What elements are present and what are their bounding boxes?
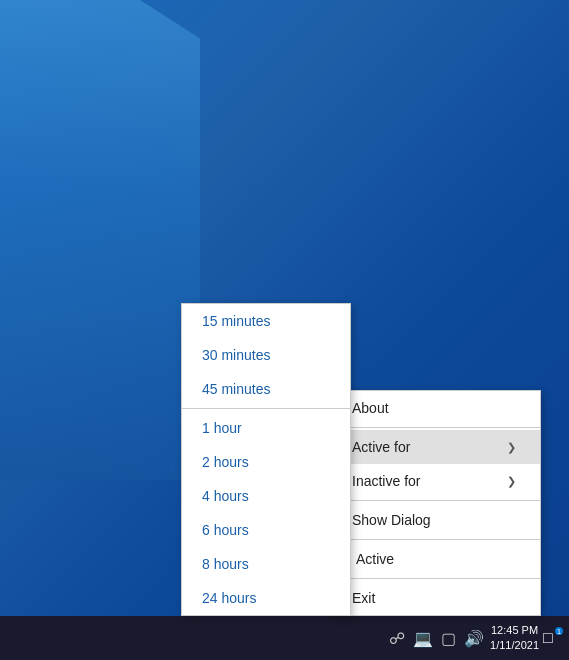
submenu-item-6hours[interactable]: 6 hours: [182, 513, 350, 547]
taskbar: ☍ 💻 ▢ 🔊 12:45 PM 1/11/2021 □ 1: [0, 616, 569, 660]
security-icon[interactable]: ☍: [389, 629, 405, 648]
inactive-for-arrow-icon: ❯: [507, 475, 516, 488]
active-for-submenu: 15 minutes 30 minutes 45 minutes 1 hour …: [181, 303, 351, 616]
submenu-item-2hours[interactable]: 2 hours: [182, 445, 350, 479]
submenu-item-1hour[interactable]: 1 hour: [182, 411, 350, 445]
menu-separator-2: [332, 500, 540, 501]
menu-item-inactive-for[interactable]: Inactive for ❯: [332, 464, 540, 498]
clock-date: 1/11/2021: [490, 638, 539, 653]
notification-badge: 1: [555, 627, 563, 635]
submenu-item-45min[interactable]: 45 minutes: [182, 372, 350, 406]
monitor-icon[interactable]: ▢: [441, 629, 456, 648]
submenu-item-8hours[interactable]: 8 hours: [182, 547, 350, 581]
menu-item-about[interactable]: About: [332, 391, 540, 425]
menu-item-exit[interactable]: Exit: [332, 581, 540, 615]
submenu-separator-1: [182, 408, 350, 409]
menu-item-show-dialog[interactable]: Show Dialog: [332, 503, 540, 537]
notification-center-button[interactable]: □ 1: [543, 629, 561, 647]
submenu-item-30min[interactable]: 30 minutes: [182, 338, 350, 372]
submenu-item-4hours[interactable]: 4 hours: [182, 479, 350, 513]
taskbar-clock[interactable]: 12:45 PM 1/11/2021: [490, 623, 539, 654]
menu-separator-3: [332, 539, 540, 540]
clock-time: 12:45 PM: [490, 623, 539, 638]
speaker-icon[interactable]: 🔊: [464, 629, 484, 648]
menu-item-active-for[interactable]: Active for ❯: [332, 430, 540, 464]
desktop: 15 minutes 30 minutes 45 minutes 1 hour …: [0, 0, 569, 660]
submenu-item-24hours[interactable]: 24 hours: [182, 581, 350, 615]
desktop-decoration: [0, 0, 200, 480]
menu-item-active[interactable]: ✓ Active: [332, 542, 540, 576]
context-menu: About Active for ❯ Inactive for ❯ Show D…: [331, 390, 541, 616]
taskbar-system-icons: ☍ 💻 ▢ 🔊: [389, 629, 484, 648]
submenu-item-15min[interactable]: 15 minutes: [182, 304, 350, 338]
menu-separator-1: [332, 427, 540, 428]
menu-separator-4: [332, 578, 540, 579]
network-icon[interactable]: 💻: [413, 629, 433, 648]
active-for-arrow-icon: ❯: [507, 441, 516, 454]
